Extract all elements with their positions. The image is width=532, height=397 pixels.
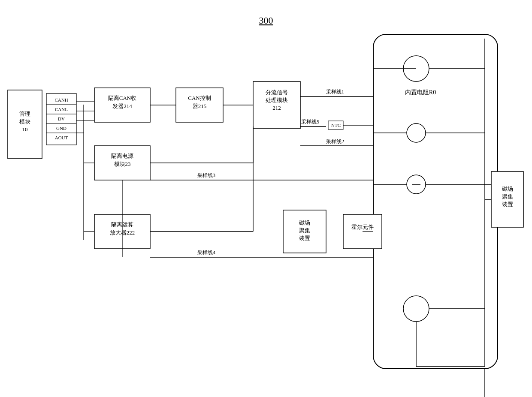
svg-text:AOUT: AOUT: [55, 135, 68, 140]
svg-text:器215: 器215: [193, 103, 207, 109]
svg-text:采样线1: 采样线1: [326, 89, 344, 95]
svg-rect-31: [283, 210, 326, 253]
svg-rect-18: [176, 88, 223, 122]
svg-text:CANH: CANH: [54, 97, 68, 102]
svg-text:10: 10: [22, 126, 28, 132]
svg-rect-38: [491, 171, 523, 227]
svg-rect-0: [373, 34, 498, 369]
svg-text:磁场: 磁场: [299, 220, 310, 226]
svg-text:放大器222: 放大器222: [110, 229, 135, 236]
svg-rect-15: [94, 88, 150, 122]
svg-point-42: [403, 56, 429, 81]
svg-text:GND: GND: [56, 126, 66, 131]
svg-text:管理: 管理: [19, 111, 30, 117]
title-text: 300: [259, 15, 273, 26]
svg-text:采样线4: 采样线4: [197, 250, 215, 256]
diagram: 300 管理 模块 10 CANH CANL DV GND AOUT 隔离CAN…: [0, 0, 532, 397]
svg-rect-21: [253, 81, 300, 129]
svg-text:212: 212: [272, 105, 281, 111]
svg-rect-1: [8, 90, 42, 159]
svg-text:采样线2: 采样线2: [326, 138, 344, 144]
svg-text:CAN控制: CAN控制: [188, 95, 211, 101]
svg-text:采样线3: 采样线3: [197, 172, 215, 178]
svg-point-44: [407, 175, 426, 194]
svg-text:采样线5: 采样线5: [301, 119, 319, 125]
svg-text:磁场: 磁场: [502, 186, 513, 192]
svg-text:模块23: 模块23: [114, 161, 131, 167]
svg-rect-35: [343, 214, 382, 249]
svg-text:模块: 模块: [19, 118, 30, 125]
svg-rect-62: [328, 121, 343, 129]
svg-text:聚集: 聚集: [502, 193, 513, 200]
svg-text:装置: 装置: [502, 201, 513, 208]
svg-text:聚集: 聚集: [299, 227, 310, 234]
svg-text:DV: DV: [58, 116, 65, 121]
svg-rect-25: [94, 146, 150, 180]
svg-rect-5: [46, 93, 76, 145]
svg-text:发器214: 发器214: [112, 103, 132, 109]
svg-rect-28: [94, 214, 150, 249]
svg-text:分流信号: 分流信号: [266, 89, 288, 96]
svg-text:隔离电源: 隔离电源: [111, 153, 133, 159]
svg-text:NTC: NTC: [331, 123, 341, 128]
svg-text:隔离CAN收: 隔离CAN收: [108, 95, 136, 101]
svg-text:处理模块: 处理模块: [266, 97, 288, 103]
svg-text:隔离运算: 隔离运算: [111, 221, 133, 228]
svg-point-46: [403, 296, 429, 322]
svg-text:霍尔元件: 霍尔元件: [351, 224, 374, 230]
connection-lines: 300 管理 模块 10 CANH CANL DV GND AOUT 隔离CAN…: [0, 0, 532, 397]
svg-text:CANL: CANL: [55, 107, 68, 112]
svg-text:装置: 装置: [299, 235, 310, 241]
svg-text:内置电阻R0: 内置电阻R0: [405, 89, 436, 96]
svg-point-43: [407, 123, 426, 142]
